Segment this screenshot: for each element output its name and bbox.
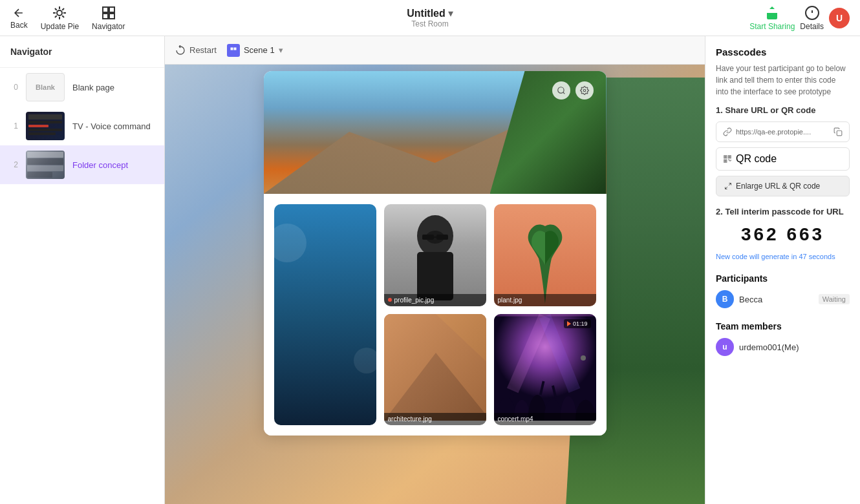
enlarge-icon (724, 182, 732, 190)
url-row[interactable]: https://qa-ee.protopie.... (716, 121, 850, 142)
passcodes-section: Passcodes Have your test participant go … (716, 47, 850, 260)
enlarge-button[interactable]: Enlarge URL & QR code (716, 176, 850, 196)
folder-tall-blue[interactable] (274, 204, 376, 425)
back-icon (12, 6, 25, 19)
qr-code-row[interactable]: QR code (716, 147, 850, 171)
navigator-label: Navigator (92, 22, 125, 31)
nav-number-0: 0 (8, 83, 18, 92)
concert-filename: concert.mp4 (498, 415, 533, 423)
navigator-header: Navigator (0, 36, 164, 68)
main-content: Navigator 0 Blank Blank page 1 TV - Voic… (0, 36, 860, 504)
title-dropdown-icon[interactable]: ▾ (448, 7, 453, 19)
person-silhouette-svg (403, 210, 468, 300)
arch-svg (384, 314, 486, 421)
qr-code-icon (723, 154, 732, 163)
team-avatar-urdemo: u (716, 338, 734, 356)
update-pie-label: Update Pie (41, 22, 79, 31)
preview-settings-button[interactable] (575, 81, 594, 100)
scene-dropdown-icon[interactable]: ▾ (279, 45, 283, 55)
update-pie-icon (52, 5, 67, 21)
svg-rect-1 (103, 7, 108, 12)
preview-search-icon (557, 86, 566, 95)
restart-icon (175, 45, 186, 56)
navigator-button[interactable]: Navigator (92, 5, 125, 31)
tall-left-item (274, 204, 376, 425)
nav-item-blank[interactable]: 0 Blank Blank page (0, 68, 164, 107)
nav-label-folder: Folder concept (72, 160, 128, 170)
arch-image (384, 314, 486, 421)
scene-bar: Restart Scene 1 ▾ (165, 36, 705, 65)
passcodes-title: Passcodes (716, 47, 850, 58)
nav-item-tv[interactable]: 1 TV - Voice command (0, 107, 164, 145)
svg-rect-13 (417, 252, 453, 300)
profile-file-label: profile_pic.jpg (384, 294, 486, 306)
folder-item-plant[interactable]: plant.jpg (494, 204, 596, 306)
svg-rect-39 (729, 156, 730, 158)
canvas-area[interactable]: profile_pic.jpg (165, 65, 705, 504)
folder-item-arch[interactable]: architecture.jpg (384, 314, 486, 426)
play-icon (567, 321, 571, 326)
profile-pic-image (384, 204, 486, 306)
canvas-wrapper: Restart Scene 1 ▾ (165, 36, 705, 504)
start-sharing-label: Start Sharing (749, 22, 795, 31)
arch-filename: architecture.jpg (388, 415, 432, 423)
team-member-name: urdemo001(Me) (739, 342, 799, 352)
plant-file-label: plant.jpg (494, 294, 596, 306)
update-pie-button[interactable]: Update Pie (41, 5, 79, 31)
svg-point-11 (583, 89, 586, 92)
svg-line-46 (726, 187, 728, 189)
scene-selector[interactable]: Scene 1 ▾ (227, 44, 283, 57)
waiting-badge: Waiting (819, 294, 850, 304)
scene-label: Scene 1 (244, 45, 275, 55)
details-button[interactable]: Details (800, 5, 824, 31)
nav-thumb-blank: Blank (26, 73, 65, 101)
participant-avatar-becca: B (716, 290, 734, 308)
svg-rect-4 (109, 14, 114, 19)
plant-filename: plant.jpg (498, 297, 522, 304)
title-area[interactable]: Untitled ▾ (407, 7, 453, 19)
passcodes-desc: Have your test participant go to below l… (716, 63, 850, 98)
passcode-value: 362 663 (716, 224, 850, 245)
restart-label: Restart (189, 45, 217, 55)
folder-item-concert[interactable]: 01:19 concert.mp4 (494, 314, 596, 426)
plant-image (494, 204, 596, 306)
start-sharing-button[interactable]: Start Sharing (749, 5, 795, 31)
team-title: Team members (716, 321, 850, 331)
passcode-section-label: 2. Tell interim passcode for URL (716, 207, 850, 216)
back-button[interactable]: Back (10, 6, 28, 30)
folder-grid: profile_pic.jpg (264, 194, 607, 436)
svg-rect-8 (230, 47, 233, 50)
room-name: Test Room (411, 19, 448, 28)
video-duration-badge: 01:19 (564, 319, 591, 328)
restart-button[interactable]: Restart (175, 45, 217, 56)
copy-icon[interactable] (833, 127, 843, 136)
concert-image: 01:19 (494, 314, 596, 421)
scene-icon (227, 44, 240, 57)
profile-filename: profile_pic.jpg (394, 297, 435, 304)
participant-name-becca: Becca (739, 295, 813, 304)
nav-label-tv: TV - Voice command (72, 121, 151, 131)
folder-item-profile[interactable]: profile_pic.jpg (384, 204, 486, 306)
passcode-timer: New code will generate in 47 seconds (716, 253, 850, 260)
svg-rect-3 (103, 14, 108, 19)
svg-rect-16 (436, 235, 448, 240)
navigator-sidebar: Navigator 0 Blank Blank page 1 TV - Voic… (0, 36, 165, 504)
nav-thumb-tv (26, 112, 65, 140)
svg-rect-15 (422, 235, 434, 240)
nav-item-folder[interactable]: 2 Folder concept (0, 145, 164, 184)
svg-rect-34 (837, 131, 842, 136)
video-duration: 01:19 (573, 320, 588, 327)
team-row-urdemo: u urdemo001(Me) (716, 338, 850, 356)
concert-file-label: concert.mp4 (494, 413, 596, 425)
start-sharing-icon (764, 5, 780, 21)
participants-section: Participants B Becca Waiting (716, 273, 850, 308)
user-avatar[interactable]: U (829, 8, 850, 28)
share-url: https://qa-ee.protopie.... (736, 128, 830, 136)
right-panel: Passcodes Have your test participant go … (705, 36, 860, 504)
timer-seconds: 47 (799, 253, 806, 260)
svg-point-0 (57, 10, 62, 16)
svg-rect-38 (725, 156, 726, 158)
preview-search-button[interactable] (552, 81, 570, 100)
project-title: Untitled (407, 8, 446, 19)
nav-label-blank: Blank page (72, 83, 114, 92)
